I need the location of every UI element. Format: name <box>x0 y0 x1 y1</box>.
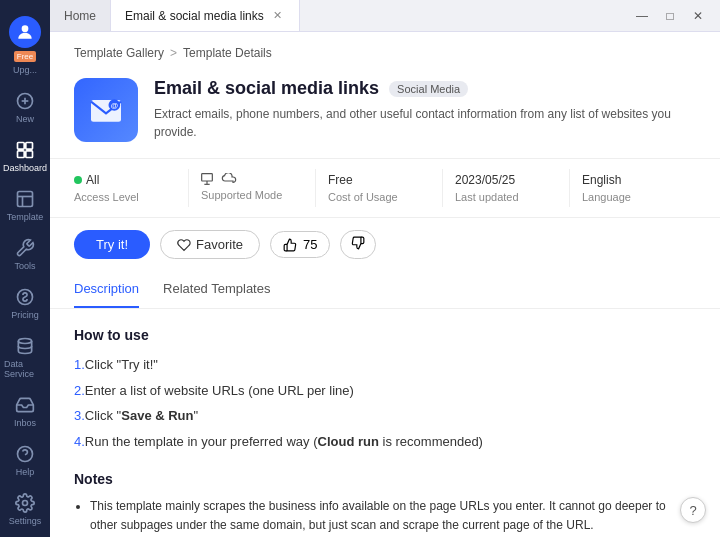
how-to-use-title: How to use <box>74 327 696 343</box>
svg-point-12 <box>18 339 31 344</box>
tab-template-label: Email & social media links <box>125 9 264 23</box>
sidebar-item-settings[interactable]: Settings <box>0 485 50 534</box>
like-button[interactable]: 75 <box>270 231 330 258</box>
new-label: New <box>16 114 34 124</box>
main-content: Home Email & social media links ✕ — □ ✕ … <box>50 0 720 537</box>
template-description: Extract emails, phone numbers, and other… <box>154 105 696 141</box>
breadcrumb-parent[interactable]: Template Gallery <box>74 46 164 60</box>
close-button[interactable]: ✕ <box>684 2 712 30</box>
tab-close-button[interactable]: ✕ <box>270 8 285 23</box>
access-dot <box>74 176 82 184</box>
svg-rect-7 <box>26 151 33 158</box>
sidebar-item-pricing[interactable]: Pricing <box>0 279 50 328</box>
settings-icon <box>15 493 35 513</box>
pricing-label: Pricing <box>11 310 39 320</box>
data-service-label: Data Service <box>4 359 46 379</box>
inbos-label: Inbos <box>14 418 36 428</box>
titlebar-tabs: Home Email & social media links ✕ <box>50 0 620 31</box>
svg-rect-4 <box>18 143 25 150</box>
sidebar-item-template[interactable]: Template <box>0 181 50 230</box>
meta-lang-label: Language <box>582 191 684 203</box>
meta-language: English Language <box>570 169 696 207</box>
template-info: Email & social media links Social Media … <box>154 78 696 141</box>
content-wrap: Template Gallery > Template Details @ E <box>50 32 720 537</box>
thumbs-down-icon <box>351 236 365 250</box>
svg-rect-6 <box>18 151 25 158</box>
meta-lang-value: English <box>582 173 684 187</box>
notes-list: This template mainly scrapes the busines… <box>74 497 696 537</box>
svg-point-15 <box>23 501 28 506</box>
try-it-button[interactable]: Try it! <box>74 230 150 259</box>
step-3: 3.Click "Save & Run" <box>74 406 696 426</box>
svg-rect-19 <box>202 174 213 181</box>
heart-icon <box>177 238 191 252</box>
svg-point-0 <box>22 25 29 32</box>
nav-tabs: Description Related Templates <box>50 271 720 309</box>
tab-related-templates[interactable]: Related Templates <box>163 271 270 308</box>
meta-last-updated: 2023/05/25 Last updated <box>443 169 570 207</box>
titlebar: Home Email & social media links ✕ — □ ✕ <box>50 0 720 32</box>
sidebar-item-profile[interactable]: Free Upg... <box>0 8 50 83</box>
svg-rect-8 <box>18 192 33 207</box>
actions-row: Try it! Favorite 75 <box>50 218 720 271</box>
template-icon: @ <box>74 78 138 142</box>
category-badge: Social Media <box>389 81 468 97</box>
meta-access-value: All <box>74 173 176 187</box>
desktop-icon <box>201 173 217 185</box>
step-2: 2.Enter a list of website URLs (one URL … <box>74 381 696 401</box>
help-label: Help <box>16 467 35 477</box>
sidebar-item-dashboard[interactable]: Dashboard <box>0 132 50 181</box>
meta-mode-value <box>201 173 303 185</box>
tab-description[interactable]: Description <box>74 271 139 308</box>
settings-label: Settings <box>9 516 42 526</box>
step-4: 4.Run the template in your preferred way… <box>74 432 696 452</box>
sidebar-item-inbos[interactable]: Inbos <box>0 387 50 436</box>
how-to-list: 1.Click "Try it!" 2.Enter a list of webs… <box>74 355 696 451</box>
inbox-icon <box>15 395 35 415</box>
favorite-button[interactable]: Favorite <box>160 230 260 259</box>
maximize-button[interactable]: □ <box>656 2 684 30</box>
meta-access-label: Access Level <box>74 191 176 203</box>
meta-row: All Access Level Supported Mode Free Cos… <box>50 158 720 218</box>
breadcrumb: Template Gallery > Template Details <box>50 32 720 68</box>
note-1: This template mainly scrapes the busines… <box>90 497 696 535</box>
template-header: @ Email & social media links Social Medi… <box>50 68 720 158</box>
meta-mode-label: Supported Mode <box>201 189 303 201</box>
thumbs-up-icon <box>283 238 297 252</box>
sidebar-item-tools[interactable]: Tools <box>0 230 50 279</box>
sidebar-item-data-service[interactable]: Data Service <box>0 328 50 387</box>
titlebar-controls: — □ ✕ <box>620 2 720 30</box>
like-count: 75 <box>303 237 317 252</box>
meta-updated-value: 2023/05/25 <box>455 173 557 187</box>
template-title: Email & social media links <box>154 78 379 99</box>
free-badge: Free <box>14 51 36 62</box>
notes-title: Notes <box>74 471 696 487</box>
tab-template[interactable]: Email & social media links ✕ <box>111 0 300 31</box>
template-label: Template <box>7 212 44 222</box>
data-service-icon <box>15 336 35 356</box>
pricing-icon <box>15 287 35 307</box>
meta-access-level: All Access Level <box>74 169 189 207</box>
tools-icon <box>15 238 35 258</box>
tab-home[interactable]: Home <box>50 0 111 31</box>
help-icon <box>15 444 35 464</box>
sidebar-item-new[interactable]: New <box>0 83 50 132</box>
meta-updated-label: Last updated <box>455 191 557 203</box>
meta-cost: Free Cost of Usage <box>316 169 443 207</box>
meta-cost-label: Cost of Usage <box>328 191 430 203</box>
tools-label: Tools <box>14 261 35 271</box>
help-fab-button[interactable]: ? <box>680 497 706 523</box>
sidebar-item-help[interactable]: Help <box>0 436 50 485</box>
breadcrumb-separator: > <box>170 46 177 60</box>
svg-rect-5 <box>26 143 33 150</box>
minimize-button[interactable]: — <box>628 2 656 30</box>
tab-home-label: Home <box>64 9 96 23</box>
template-icon <box>15 189 35 209</box>
dashboard-label: Dashboard <box>3 163 47 173</box>
dashboard-icon <box>15 140 35 160</box>
svg-text:@: @ <box>111 101 118 110</box>
upgrade-label: Upg... <box>13 65 37 75</box>
cloud-icon <box>221 173 237 185</box>
template-title-row: Email & social media links Social Media <box>154 78 696 99</box>
dislike-button[interactable] <box>340 230 376 259</box>
